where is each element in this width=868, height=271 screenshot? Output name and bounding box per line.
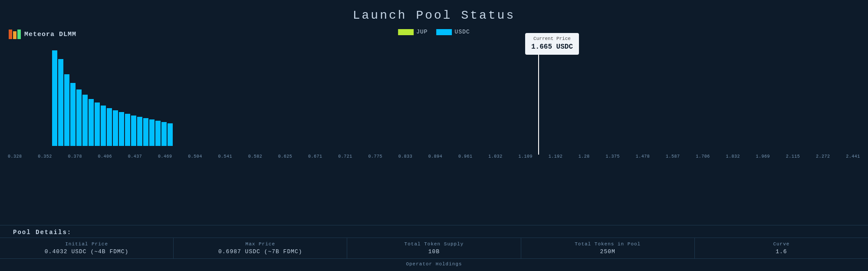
bars-container bbox=[52, 50, 173, 146]
bar-13 bbox=[131, 116, 136, 146]
pool-cell-tokens-in-pool: Total Tokens in Pool 250M bbox=[521, 238, 695, 258]
x-label-12: 0.775 bbox=[368, 154, 382, 159]
pool-cell-operator: Operator Holdings bbox=[0, 259, 868, 271]
x-label-28: 2.441 bbox=[846, 154, 860, 159]
pool-details-row2: Operator Holdings bbox=[0, 258, 868, 271]
x-label-24: 1.832 bbox=[726, 154, 740, 159]
total-supply-value: 10B bbox=[356, 248, 512, 255]
x-label-16: 1.032 bbox=[488, 154, 503, 159]
x-label-8: 0.582 bbox=[248, 154, 263, 159]
price-tooltip-label: Current Price bbox=[531, 36, 573, 42]
x-label-27: 2.272 bbox=[816, 154, 830, 159]
chart-area: JUP USDC Current Price 1.665 USDC 0.3280… bbox=[0, 29, 868, 163]
pool-details-header: Pool Details: bbox=[0, 225, 868, 238]
legend-color-usdc bbox=[437, 29, 452, 35]
x-label-19: 1.28 bbox=[579, 154, 590, 159]
bar-2 bbox=[64, 74, 69, 146]
max-price-label: Max Price bbox=[182, 241, 338, 247]
bar-11 bbox=[119, 112, 124, 146]
initial-price-label: Initial Price bbox=[9, 241, 164, 247]
x-label-21: 1.478 bbox=[636, 154, 650, 159]
bar-17 bbox=[155, 121, 161, 146]
bar-19 bbox=[168, 123, 173, 146]
x-label-17: 1.109 bbox=[518, 154, 533, 159]
x-label-1: 0.352 bbox=[38, 154, 52, 159]
x-label-6: 0.504 bbox=[188, 154, 202, 159]
tokens-in-pool-label: Total Tokens in Pool bbox=[530, 241, 686, 247]
bar-3 bbox=[70, 83, 76, 146]
max-price-value: 0.6987 USDC (~7B FDMC) bbox=[182, 248, 338, 255]
pool-details-section: Pool Details: Initial Price 0.4032 USDC … bbox=[0, 225, 868, 271]
price-tooltip-value: 1.665 USDC bbox=[531, 42, 573, 52]
bar-16 bbox=[149, 119, 155, 146]
initial-price-value: 0.4032 USDC (~4B FDMC) bbox=[9, 248, 164, 255]
legend-color-jup bbox=[398, 29, 414, 35]
curve-label: Curve bbox=[704, 241, 859, 247]
x-label-9: 0.625 bbox=[278, 154, 293, 159]
legend-label-usdc: USDC bbox=[455, 29, 470, 35]
x-label-0: 0.328 bbox=[8, 154, 22, 159]
x-label-10: 0.671 bbox=[308, 154, 322, 159]
bar-7 bbox=[95, 102, 100, 146]
pool-cell-initial-price: Initial Price 0.4032 USDC (~4B FDMC) bbox=[0, 238, 174, 258]
price-line bbox=[538, 55, 539, 155]
x-label-3: 0.406 bbox=[98, 154, 112, 159]
x-label-26: 2.115 bbox=[786, 154, 800, 159]
bar-18 bbox=[161, 122, 167, 146]
bar-5 bbox=[82, 95, 88, 146]
chart-legend: JUP USDC bbox=[398, 29, 470, 35]
x-label-13: 0.833 bbox=[398, 154, 413, 159]
bar-14 bbox=[137, 117, 142, 146]
pool-details-row1: Initial Price 0.4032 USDC (~4B FDMC) Max… bbox=[0, 238, 868, 258]
bar-9 bbox=[107, 108, 112, 146]
x-label-2: 0.378 bbox=[68, 154, 82, 159]
curve-value: 1.6 bbox=[704, 248, 859, 255]
bar-15 bbox=[143, 118, 148, 146]
tokens-in-pool-value: 250M bbox=[530, 248, 686, 255]
bar-6 bbox=[89, 99, 94, 146]
operator-label: Operator Holdings bbox=[9, 261, 859, 267]
pool-cell-curve: Curve 1.6 bbox=[695, 238, 868, 258]
bar-8 bbox=[101, 106, 106, 146]
x-label-7: 0.541 bbox=[218, 154, 232, 159]
pool-cell-max-price: Max Price 0.6987 USDC (~7B FDMC) bbox=[174, 238, 347, 258]
x-label-15: 0.961 bbox=[458, 154, 473, 159]
x-label-25: 1.969 bbox=[756, 154, 770, 159]
x-label-11: 0.721 bbox=[338, 154, 352, 159]
x-label-23: 1.706 bbox=[696, 154, 710, 159]
x-label-20: 1.375 bbox=[606, 154, 620, 159]
x-label-14: 0.894 bbox=[428, 154, 443, 159]
legend-item-usdc: USDC bbox=[437, 29, 470, 35]
page-title: Launch Pool Status bbox=[0, 0, 868, 26]
x-label-18: 1.192 bbox=[549, 154, 563, 159]
x-label-5: 0.469 bbox=[158, 154, 172, 159]
x-axis: 0.3280.3520.3780.4060.4370.4690.5040.541… bbox=[0, 154, 868, 159]
x-label-22: 1.587 bbox=[666, 154, 680, 159]
page-container: Launch Pool Status Meteora DLMM JUP USDC… bbox=[0, 0, 868, 271]
legend-label-jup: JUP bbox=[416, 29, 427, 35]
bar-12 bbox=[125, 114, 130, 146]
total-supply-label: Total Token Supply bbox=[356, 241, 512, 247]
bar-1 bbox=[58, 59, 63, 146]
bar-4 bbox=[76, 89, 82, 146]
bar-10 bbox=[113, 110, 118, 146]
bar-0 bbox=[52, 50, 57, 146]
pool-cell-total-supply: Total Token Supply 10B bbox=[347, 238, 521, 258]
legend-item-jup: JUP bbox=[398, 29, 427, 35]
price-tooltip: Current Price 1.665 USDC bbox=[525, 33, 579, 55]
x-label-4: 0.437 bbox=[128, 154, 142, 159]
